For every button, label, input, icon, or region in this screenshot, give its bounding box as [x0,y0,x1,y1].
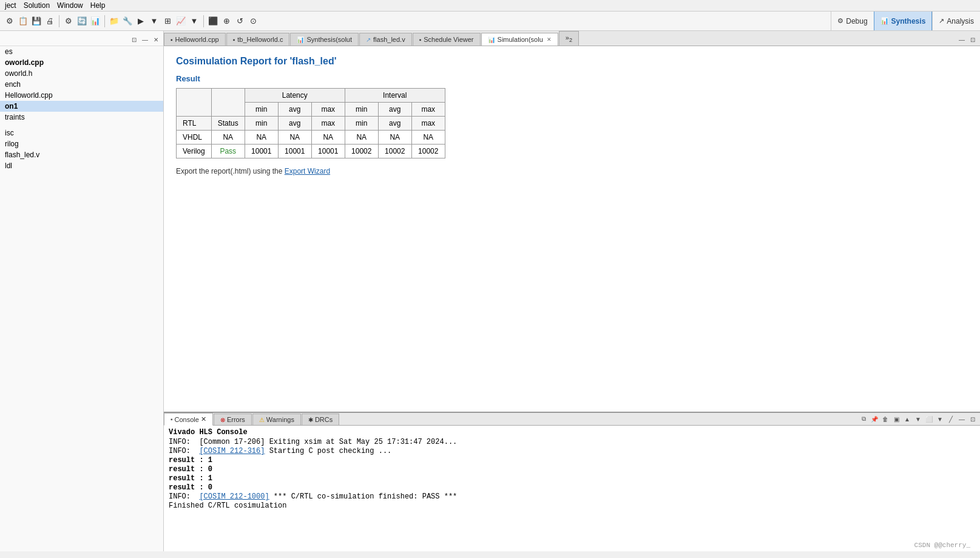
cosim-link-1[interactable]: [COSIM 212-316] [199,447,265,455]
sidebar-item-bench[interactable]: ench [0,79,163,90]
console-minimize-btn[interactable]: — [957,414,967,424]
toolbar-btn-6[interactable]: 🔄 [76,15,88,27]
sidebar-item-helloworld-cpp[interactable]: oworld.cpp [0,57,163,68]
tab-flash-led-v[interactable]: ↗ flash_led.v [359,33,412,46]
cell-vhdl-int-max: NA [411,131,445,145]
synthesis-tab[interactable]: 📊 Synthesis [874,12,933,30]
debug-icon: ⚙ [837,17,843,25]
toolbar-btn-18[interactable]: ⊙ [247,15,259,27]
console-scroll-down-btn[interactable]: ▼ [913,414,923,424]
subheader-int-min: min [345,117,378,131]
export-wizard-link[interactable]: Export Wizard [285,167,330,175]
drcs-icon: ✱ [308,417,313,423]
toolbar-btn-9[interactable]: 🔧 [121,15,133,27]
tab-schedule-viewer[interactable]: ▪ Schedule Viewer [413,33,481,46]
warnings-icon: ⚠ [259,417,265,423]
cell-vhdl-rtl: VHDL [177,131,212,145]
toolbar-btn-2[interactable]: 📋 [17,15,29,27]
menu-project[interactable]: ject [5,1,16,10]
console-tab-close[interactable]: ✕ [201,415,206,423]
tab-label-tb-helloworld: tb_Helloworld.c [237,36,283,43]
cell-vhdl-lat-max: NA [311,131,345,145]
console-copy-btn[interactable]: ⧉ [859,414,868,424]
watermark: CSDN @@cherry_ [914,542,970,549]
toolbar-btn-4[interactable]: 🖨 [44,15,56,27]
toolbar-btn-8[interactable]: 📁 [108,15,120,27]
toolbar-btn-12[interactable]: ⊞ [161,15,174,27]
menu-window[interactable]: Window [57,1,83,10]
toolbar-btn-13[interactable]: 📈 [175,15,187,27]
menu-help[interactable]: Help [90,1,106,10]
bottom-tab-warnings[interactable]: ⚠ Warnings [252,413,301,425]
console-btn9[interactable]: ╱ [946,414,956,424]
analysis-tab[interactable]: ↗ Analysis [932,12,980,30]
tab-label-simulation: Simulation(solu [498,36,543,43]
subheader-int-avg: avg [378,117,411,131]
toolbar-btn-16[interactable]: ⊕ [220,15,232,27]
sidebar-item-es[interactable]: es [0,46,163,57]
console-btn7[interactable]: ⬜ [924,414,934,424]
synthesis-icon: 📊 [880,17,889,25]
toolbar-btn-5[interactable]: ⚙ [63,15,75,27]
console-maximize-btn[interactable]: ⊡ [968,414,978,424]
col-lat-max: max [311,103,345,117]
sidebar-item-constraints[interactable]: traints [0,112,163,123]
tab-simulation[interactable]: 📊 Simulation(solu ✕ [481,33,558,46]
col-int-avg: avg [378,103,411,117]
tab-icon-schedule-viewer: ▪ [419,36,422,43]
sidebar-collapse-btn[interactable]: ⊡ [129,35,139,44]
console-scroll-up-btn[interactable]: ▲ [902,414,912,424]
sidebar-item-helloworld-h[interactable]: oworld.h [0,68,163,79]
console-line-8: Finished C/RTL cosimulation [169,502,975,510]
console-pin-btn[interactable]: 📌 [870,414,879,424]
console-area[interactable]: Vivado HLS Console INFO: [Common 17-206]… [164,426,980,551]
toolbar-btn-10[interactable]: ▶ [135,15,147,27]
tab-bar-maximize-btn[interactable]: ⊡ [968,35,978,44]
toolbar-btn-17[interactable]: ↺ [234,15,246,27]
debug-label: Debug [846,17,867,26]
errors-icon: ⊗ [220,417,225,423]
sidebar-item-helloworld-cpp2[interactable]: Helloworld.cpp [0,90,163,101]
cell-verilog-int-avg: 10002 [378,145,411,158]
toolbar-btn-7[interactable]: 📊 [89,15,101,27]
tab-helloworld-cpp[interactable]: ▪ Helloworld.cpp [164,33,226,46]
menu-solution[interactable]: Solution [24,1,50,10]
pass-badge: Pass [220,147,236,155]
console-clear-btn[interactable]: 🗑 [880,414,890,424]
cosim-link-2[interactable]: [COSIM 212-1000] [199,492,269,501]
tab-synthesis[interactable]: 📊 Synthesis(solut [290,33,359,46]
toolbar-btn-11[interactable]: ▼ [148,15,160,27]
tab-bar-minimize-btn[interactable]: — [957,35,967,44]
tab-icon-helloworld-cpp: ▪ [171,36,173,43]
sidebar-item-flash-led-v[interactable]: flash_led.v [0,149,163,160]
console-line-5: result : 1 [169,474,975,483]
sidebar-item-ldl[interactable]: ldl [0,160,163,171]
cell-verilog-rtl: Verilog [177,145,212,158]
sidebar-close-btn[interactable]: ✕ [151,35,161,44]
sidebar-minimize-btn[interactable]: — [140,35,150,44]
toolbar-btn-3[interactable]: 💾 [30,15,42,27]
debug-tab[interactable]: ⚙ Debug [831,12,873,30]
bottom-tab-console[interactable]: ▪ Console ✕ [164,413,213,426]
console-btn4[interactable]: ▣ [891,414,901,424]
sidebar-item-rilog[interactable]: rilog [0,138,163,149]
sidebar-item-isc[interactable]: isc [0,128,163,138]
tab-tb-helloworld[interactable]: ▪ tb_Helloworld.c [226,33,290,46]
cell-vhdl-status: NA [211,131,245,145]
toolbar-btn-1[interactable]: ⚙ [4,15,16,27]
tab-label-synthesis: Synthesis(solut [306,36,352,43]
tab-close-simulation[interactable]: ✕ [547,36,552,43]
table-row-verilog: Verilog Pass 10001 10001 10001 10002 100… [177,145,445,158]
toolbar-sep-1 [59,15,59,27]
toolbar-btn-14[interactable]: ▼ [188,15,200,27]
bottom-tab-errors[interactable]: ⊗ Errors [214,413,252,425]
col-lat-avg: avg [278,103,311,117]
sidebar: ⊡ — ✕ es oworld.cpp oworld.h ench Hellow… [0,31,164,551]
tab-overflow[interactable]: »2 [559,31,579,46]
console-btn8[interactable]: ▼ [935,414,945,424]
sidebar-item-on1[interactable]: on1 [0,101,163,112]
toolbar-btn-15[interactable]: ⬛ [207,15,219,27]
bottom-tab-drcs[interactable]: ✱ DRCs [302,413,339,425]
console-icon: ▪ [171,416,173,423]
col-latency-header: Latency [245,89,345,103]
